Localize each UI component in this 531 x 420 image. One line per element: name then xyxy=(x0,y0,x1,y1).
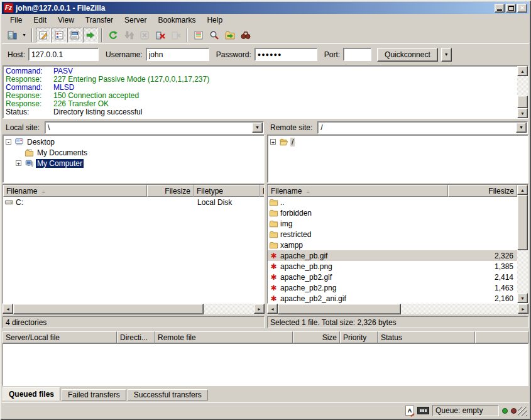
maximize-button[interactable] xyxy=(506,4,516,13)
scroll-down-icon[interactable]: ▼ xyxy=(517,108,528,118)
cancel-operation-button[interactable] xyxy=(137,28,152,43)
file-row[interactable]: ✱apache_pb2.gif2,414 xyxy=(268,272,517,282)
column-header-filesize[interactable]: Filesize xyxy=(147,185,194,197)
file-name: img xyxy=(280,219,292,228)
scroll-down-icon[interactable]: ▼ xyxy=(517,293,528,303)
scroll-left-icon[interactable]: ◄ xyxy=(267,304,278,314)
file-search-button[interactable] xyxy=(207,28,222,43)
remote-vertical-scrollbar[interactable]: ▲ ▼ xyxy=(517,185,528,303)
toggle-local-tree-button[interactable] xyxy=(52,28,67,43)
menu-edit[interactable]: Edit xyxy=(28,14,52,26)
port-input[interactable] xyxy=(343,48,371,61)
tab-failed-transfers[interactable]: Failed transfers xyxy=(62,389,126,401)
toolbar: ▼ xyxy=(2,26,529,44)
file-row[interactable]: ✱apache_pb2_ani.gif2,160 xyxy=(268,293,517,303)
column-header-filename[interactable]: Filename▲ xyxy=(3,185,147,197)
image-file-icon: ✱ xyxy=(269,273,278,282)
tree-item[interactable]: -Desktop xyxy=(3,136,264,147)
file-row[interactable]: C:Local Disk xyxy=(3,197,264,207)
message-log-scrollbar[interactable]: ▲ ▼ xyxy=(517,66,528,118)
scroll-left-icon[interactable]: ◄ xyxy=(3,304,13,314)
scroll-up-icon[interactable]: ▲ xyxy=(517,66,528,76)
toggle-message-log-button[interactable] xyxy=(36,28,51,43)
refresh-button[interactable] xyxy=(106,28,121,43)
directory-comparison-button[interactable] xyxy=(222,28,238,43)
remote-horizontal-scrollbar[interactable]: ◄ ► xyxy=(267,304,528,314)
message-log: Command:PASVResponse:227 Entering Passiv… xyxy=(3,65,528,119)
quickconnect-dropdown-button[interactable]: ▼ xyxy=(441,48,452,62)
quickconnect-button[interactable]: Quickconnect xyxy=(377,48,438,62)
filter-button[interactable] xyxy=(191,28,206,43)
tree-item[interactable]: My Documents xyxy=(3,147,264,158)
menu-transfer[interactable]: Transfer xyxy=(80,14,119,26)
file-row[interactable]: ✱apache_pb2.png1,463 xyxy=(268,282,517,293)
column-header-filename[interactable]: Filename▲ xyxy=(268,185,448,197)
file-row[interactable]: restricted xyxy=(268,229,517,240)
toggle-remote-tree-button[interactable] xyxy=(67,28,82,43)
process-queue-button[interactable] xyxy=(121,28,136,43)
remote-site-combobox[interactable]: / ▼ xyxy=(317,121,528,134)
close-button[interactable]: × xyxy=(517,4,527,13)
expand-icon[interactable]: + xyxy=(16,160,21,166)
synchronized-browsing-button[interactable] xyxy=(238,28,253,43)
expand-icon[interactable]: + xyxy=(270,139,276,145)
file-row[interactable]: img xyxy=(268,218,517,229)
resize-grip[interactable] xyxy=(518,407,527,416)
chevron-down-icon[interactable]: ▼ xyxy=(252,123,263,133)
log-line-label: Status: xyxy=(6,108,53,116)
file-row[interactable]: forbidden xyxy=(268,207,517,218)
password-input[interactable] xyxy=(255,48,317,61)
column-header-directi-[interactable]: Directi... xyxy=(117,331,155,343)
column-header-server-local-file[interactable]: Server/Local file xyxy=(3,331,117,343)
scrollbar-thumb[interactable] xyxy=(13,304,204,314)
menu-file[interactable]: File xyxy=(4,14,28,26)
menu-bookmarks[interactable]: Bookmarks xyxy=(152,14,201,26)
tree-item[interactable]: +My Computer xyxy=(3,158,264,169)
file-name-cell: ✱apache_pb.gif xyxy=(268,251,449,260)
username-input[interactable] xyxy=(146,48,209,61)
scrollbar-thumb[interactable] xyxy=(278,304,401,314)
image-file-icon: ✱ xyxy=(269,262,278,271)
scroll-right-icon[interactable]: ► xyxy=(254,304,265,314)
column-header-l[interactable]: L xyxy=(260,185,265,197)
column-header-priority[interactable]: Priority xyxy=(340,331,378,343)
column-header-status[interactable]: Status xyxy=(378,331,475,343)
column-header-filetype[interactable]: Filetype xyxy=(194,185,260,197)
collapse-icon[interactable]: - xyxy=(6,139,11,145)
menu-view[interactable]: View xyxy=(52,14,80,26)
minimize-button[interactable] xyxy=(495,4,505,13)
menu-server[interactable]: Server xyxy=(119,14,152,26)
reconnect-button[interactable] xyxy=(168,28,183,43)
tab-queued-files[interactable]: Queued files xyxy=(3,387,60,401)
queue-status-text: Queue: empty xyxy=(435,406,483,415)
toggle-transfer-queue-button[interactable] xyxy=(83,28,98,43)
file-row[interactable]: .. xyxy=(268,197,517,207)
file-row[interactable]: ✱apache_pb.gif2,326 xyxy=(268,250,517,261)
scroll-up-icon[interactable]: ▲ xyxy=(517,185,528,195)
local-site-value: \ xyxy=(45,123,252,132)
file-name: apache_pb.gif xyxy=(280,251,327,260)
local-site-combobox[interactable]: \ ▼ xyxy=(45,121,264,134)
file-name: xampp xyxy=(280,241,303,250)
scrollbar-thumb[interactable] xyxy=(517,96,528,108)
log-line: Status:Directory listing successful xyxy=(6,108,515,116)
open-site-manager-dropdown-button[interactable]: ▼ xyxy=(20,28,28,43)
scrollbar-thumb[interactable] xyxy=(517,195,528,250)
chevron-down-icon: ▼ xyxy=(444,52,449,57)
host-input[interactable] xyxy=(28,48,99,61)
close-icon: × xyxy=(520,4,524,11)
image-file-icon: ✱ xyxy=(269,284,278,292)
menu-help[interactable]: Help xyxy=(201,14,228,26)
tab-successful-transfers[interactable]: Successful transfers xyxy=(128,389,208,401)
chevron-down-icon[interactable]: ▼ xyxy=(516,123,527,133)
column-header-filesize[interactable]: Filesize xyxy=(448,185,517,197)
local-horizontal-scrollbar[interactable]: ◄ ► xyxy=(3,304,265,314)
disconnect-button[interactable] xyxy=(153,28,168,43)
column-header-size[interactable]: Size xyxy=(293,331,340,343)
file-row[interactable]: ✱apache_pb.png1,385 xyxy=(268,261,517,272)
open-site-manager-button[interactable] xyxy=(4,28,19,43)
tree-item[interactable]: +/ xyxy=(268,136,528,147)
scroll-right-icon[interactable]: ► xyxy=(518,304,528,314)
file-row[interactable]: xampp xyxy=(268,240,517,250)
column-header-remote-file[interactable]: Remote file xyxy=(155,331,293,343)
